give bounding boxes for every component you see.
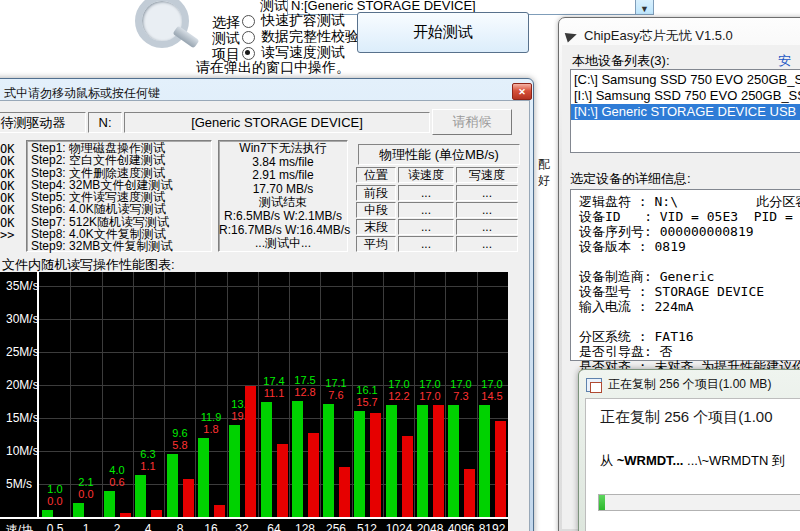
result-line: 17.70 MB/s [219,183,347,197]
perf-value-cell: ... [398,236,454,252]
write-speed-bar [120,513,131,517]
bar-value-labels: 6.31.1 [126,448,170,472]
group-label-line: 测试 [212,30,240,46]
read-speed-bar [417,405,428,517]
start-test-button[interactable]: 开始测试 [357,12,529,53]
x-axis-corner-label: 速/块 [2,522,37,531]
device-detail-line: 设备序列号: 000000000819 [579,224,800,239]
device-list-item[interactable]: [N:\] Generic STORAGE DEVICE USB D [571,104,800,120]
write-speed-bar [245,386,256,517]
device-detail-line [579,314,800,329]
chipeasy-titlebar: ChipEasy芯片无忧 V1.5.0 [566,27,733,45]
bar-value-labels: 17.014.5 [470,378,514,402]
step-marker: OK [0,155,20,167]
close-icon[interactable]: ✕ [512,83,532,100]
write-speed-bar [370,413,381,517]
test-item-group-label: 选择 测试 项目 [212,14,240,62]
fragment-char: 配 [538,156,560,172]
read-speed-bar [448,405,459,517]
write-value-label: 5.8 [158,439,202,451]
details-label: 选定设备的详细信息: [570,170,691,188]
device-detail-line [579,254,800,269]
y-axis-tick-label: 20M/s [6,378,39,392]
y-axis-line [37,272,39,519]
perf-value-cell: ... [398,219,454,235]
device-list-item[interactable]: [C:\] Samsung SSD 750 EVO 250GB_S [571,72,800,88]
device-name-box: [Generic STORAGE DEVICE] [124,112,430,133]
perf-value-cell: ... [398,202,454,218]
step-item: Step2: 空白文件创建测试 [31,154,211,166]
copy-from-source: ~WRMDT... [617,453,684,468]
y-axis-tick-label: 35M/s [6,279,39,293]
device-details-box: 逻辑盘符 : N:\ 此分区容设备ID : VID = 05E3 PID = 0… [570,189,800,361]
device-listbox[interactable]: [C:\] Samsung SSD 750 EVO 250GB_S[I:\] S… [570,69,800,153]
chipeasy-title: ChipEasy芯片无忧 V1.5.0 [584,27,733,45]
perf-header-cell: 写速度 [456,167,518,183]
result-line: ...测试中... [219,237,347,251]
step-item: Step6: 4.0K随机读写测试 [31,203,211,215]
perf-table: 位置读速度写速度前段......中段......末段......平均...... [356,167,522,253]
result-line: 2.91 ms/file [219,169,347,183]
perf-row-label: 末段 [356,219,396,235]
write-value-label: 1.1 [126,460,170,472]
perf-row-label: 中段 [356,202,396,218]
result-line: Win7下无法执行 [219,142,347,156]
mydisktest-panel: 测试: N:[Generic STORAGE DEVICE] ▼ 选择 测试 项… [130,0,556,86]
copy-progress-fill [599,495,605,510]
perf-value-cell: ... [398,185,454,201]
result-line: 3.84 ms/file [219,156,347,170]
write-speed-bar [214,505,225,517]
v-gridline [195,272,196,517]
perf-header-cell: 位置 [356,167,396,183]
write-value-label: 14.5 [470,390,514,402]
write-value-label: 0.6 [95,476,139,488]
perf-value-cell: ... [456,219,518,235]
chevron-down-icon[interactable]: ▼ [635,0,653,14]
perf-header-cell: 读速度 [398,167,454,183]
performance-chart: 35M/s30M/s25M/s20M/s15M/s10M/s5M/s速/块0.5… [0,272,508,531]
device-detail-line: 设备版本 : 0819 [579,239,800,254]
result-line: R:16.7MB/s W:16.4MB/s [219,224,347,238]
radio-icon[interactable] [242,31,255,44]
y-axis-tick-label: 10M/s [6,444,39,458]
read-speed-bar [42,510,53,517]
read-value-label: 13.9 [220,398,264,410]
write-speed-bar [464,469,475,517]
copy-progress-bar [598,494,800,511]
h-gridline [39,352,508,353]
copy-dialog-titlebar: 正在复制 256 个项目(1.00 MB) [586,376,771,393]
write-value-label: 1.8 [189,423,233,435]
read-speed-bar [386,405,397,517]
write-speed-bar [433,405,444,517]
chipeasy-logo-icon [565,30,579,43]
copy-icon [586,378,602,392]
device-list-label: 本地设备列表(3): [572,52,670,70]
write-speed-bar [183,479,194,517]
h-gridline [39,319,508,320]
drive-letter-box: N: [88,112,122,133]
read-speed-bar [292,401,303,517]
result-line: R:6.5MB/s W:2.1MB/s [219,210,347,224]
read-value-label: 17.0 [470,378,514,390]
x-axis-line [0,517,508,519]
fragment-char: 好 [538,172,560,188]
write-speed-bar [308,433,319,517]
perf-title-box: 物理性能 (单位MB/s) [358,144,520,165]
step-marker [0,241,20,253]
perf-value-cell: ... [456,236,518,252]
write-value-label: 19.9 [220,410,264,422]
bar-value-labels: 13.919.9 [220,398,264,422]
write-speed-bar [495,421,506,517]
write-speed-bar [339,467,350,517]
radio-icon[interactable] [242,47,255,60]
copy-from-rest: ...\~WRMDTN 到 [683,453,784,468]
copy-heading: 正在复制 256 个项目(1.00 [600,408,773,427]
device-list-item[interactable]: [I:\] Samsung SSD 750 EVO 250GB_SS [571,88,800,104]
steps-list: Step1: 物理磁盘操作测试Step2: 空白文件创建测试Step3: 文件删… [26,140,212,252]
magnifier-icon [135,0,189,48]
device-detail-line: 输入电流 : 224mA [579,299,800,314]
step-marker: OK [0,204,20,216]
v-gridline [227,272,228,517]
please-wait-button[interactable]: 请稍候 [432,109,512,135]
radio-icon[interactable] [242,15,255,28]
